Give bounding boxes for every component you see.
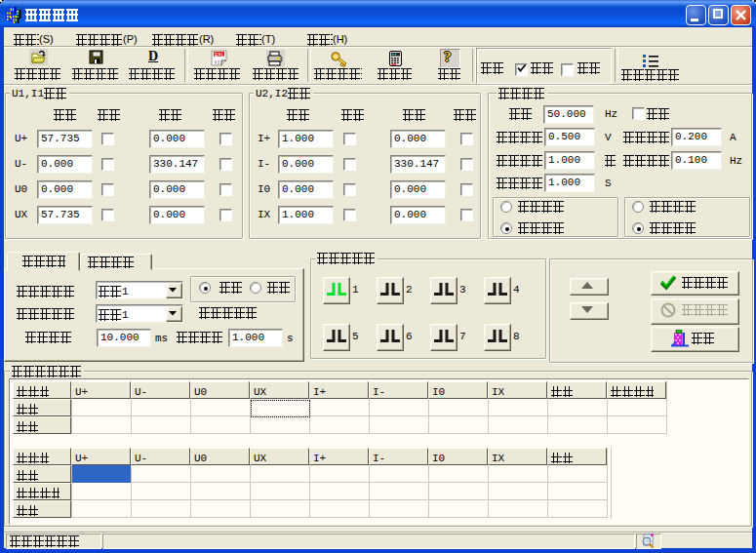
svg-text:EXL: EXL (215, 52, 224, 58)
